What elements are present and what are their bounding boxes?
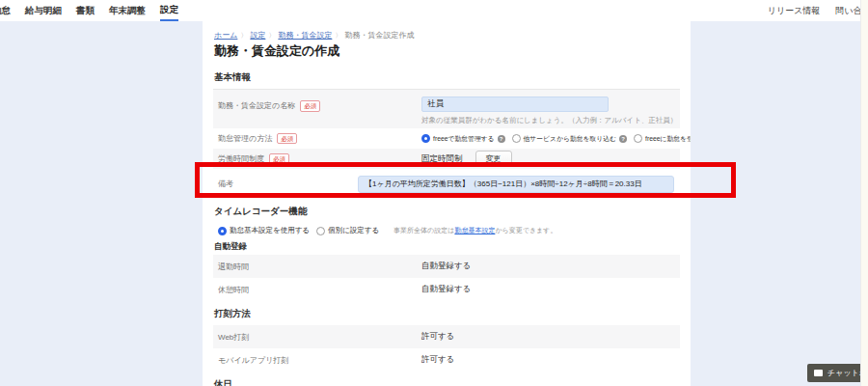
radio-icon[interactable] [634,134,642,143]
top-navigation: 勤怠 給与明細 書類 年末調整 設定 リリース情報 問い合わせ [0,0,868,21]
radio-option-individual-settings[interactable]: 個別に設定する [316,226,379,235]
breadcrumb-current: 勤務・賃金設定作成 [344,31,414,40]
form-row-attendance-method: 勤怠管理の方法 必須 freeeで勤怠管理する ? 他サービスから勤怠を取り込む… [213,128,680,149]
radio-option-label: freeeに勤怠を登録しない [645,134,691,144]
scrollbar[interactable] [860,0,868,386]
attendance-method-label: 勤怠管理の方法 [218,133,272,144]
time-recorder-hint: 事業所全体の設定は勤怠基本設定から変更できます。 [393,226,556,235]
working-hours-system-value: 固定時間制 [421,153,463,165]
top-nav-left: 勤怠 給与明細 書類 年末調整 設定 [0,0,178,21]
settings-form-card: ホーム〉設定〉勤務・賃金設定〉勤務・賃金設定作成 勤務・賃金設定の作成 基本情報… [203,21,691,386]
nav-item-payslips[interactable]: 給与明細 [25,0,62,21]
breadcrumb-separator: 〉 [240,32,247,39]
field-label: 勤怠管理の方法 必須 [218,133,421,145]
breadcrumb-separator: 〉 [268,32,275,39]
form-row-setting-name: 勤務・賃金設定の名称 必須 対象の従業員群がわかる名前にしましょう。（入力例：ア… [213,90,680,128]
required-badge: 必須 [269,153,289,165]
remarks-label: 備考 [218,179,233,189]
radio-option-label: 他サービスから勤怠を取り込む [524,134,616,144]
form-row-break-time: 休憩時間 自動登録する [213,278,680,301]
help-icon[interactable]: ? [619,135,627,143]
radio-icon[interactable] [512,134,521,143]
chat-icon [814,370,823,376]
field-label: 勤務・賃金設定の名称 必須 [218,90,421,112]
top-nav-right: リリース情報 問い合わせ [768,0,868,21]
radio-option-label: 個別に設定する [328,226,379,235]
setting-name-label: 勤務・賃金設定の名称 [218,100,295,111]
form-row-clockout-time: 退勤時間 自動登録する [213,255,680,278]
web-punch-label: Web打刻 [218,332,249,343]
field-label: モバイルアプリ打刻 [218,355,421,366]
radio-option-no-attendance[interactable]: freeeに勤怠を登録しない ? [634,134,691,144]
radio-option-import-attendance[interactable]: 他サービスから勤怠を取り込む ? [512,134,627,144]
time-recorder-options-row: 勤怠基本設定を使用する 個別に設定する 事業所全体の設定は勤怠基本設定から変更で… [213,223,680,238]
required-badge: 必須 [300,100,320,112]
breadcrumb-link-home[interactable]: ホーム [214,31,237,40]
mobile-app-punch-value: 許可する [421,354,454,366]
field-label: 備考 [218,179,358,189]
form-row-web-punch: Web打刻 許可する [213,325,680,348]
nav-item-attendance[interactable]: 勤怠 [0,0,11,21]
help-icon[interactable]: ? [498,135,505,143]
radio-option-label: freeeで勤怠管理する [433,134,495,144]
form-row-mobile-app-punch: モバイルアプリ打刻 許可する [213,348,680,372]
breadcrumb-link-work-wage-settings[interactable]: 勤務・賃金設定 [278,31,332,40]
section-heading-basic-info: 基本情報 [213,63,680,90]
radio-option-freee-attendance[interactable]: freeeで勤怠管理する ? [421,134,505,144]
working-hours-system-label: 労働時間制度 [218,153,264,164]
break-time-label: 休憩時間 [218,285,249,295]
clockout-time-label: 退勤時間 [218,262,249,272]
radio-option-use-basic-settings[interactable]: 勤怠基本設定を使用する [218,226,310,235]
sub-heading-auto-register: 自動登録 [213,238,680,255]
break-time-value: 自動登録する [421,284,471,295]
section-heading-punch-method: 打刻方法 [213,301,680,325]
radio-option-label: 勤怠基本設定を使用する [230,226,310,235]
breadcrumb: ホーム〉設定〉勤務・賃金設定〉勤務・賃金設定作成 [214,31,680,40]
web-punch-value: 許可する [421,331,454,343]
page-title: 勤務・賃金設定の作成 [214,44,680,58]
radio-icon[interactable] [316,227,325,235]
nav-item-yearend[interactable]: 年末調整 [109,0,146,21]
breadcrumb-link-settings[interactable]: 設定 [250,31,265,40]
remarks-input[interactable] [358,176,674,193]
radio-selected-icon[interactable] [218,227,227,235]
nav-item-release-notes[interactable]: リリース情報 [768,0,821,21]
form-row-working-hours-system: 労働時間制度 必須 固定時間制 変更 [213,149,680,169]
hint-text: から変更できます。 [495,227,556,234]
field-value: 固定時間制 変更 [421,151,512,167]
nav-item-documents[interactable]: 書類 [76,0,95,21]
form-row-remarks: 備考 [213,169,680,199]
hint-text: 事業所全体の設定は [393,227,454,234]
field-label: 労働時間制度 必須 [218,153,421,165]
clockout-time-value: 自動登録する [421,261,471,272]
setting-name-input[interactable] [421,96,609,112]
mobile-app-punch-label: モバイルアプリ打刻 [218,355,288,366]
attendance-basic-settings-link[interactable]: 勤怠基本設定 [454,227,495,234]
field-value: freeeで勤怠管理する ? 他サービスから勤怠を取り込む ? freeeに勤怠… [421,134,691,144]
section-heading-time-recorder: タイムレコーダー機能 [213,199,680,223]
nav-item-settings[interactable]: 設定 [160,0,178,21]
breadcrumb-separator: 〉 [335,32,341,39]
section-heading-holiday: 休日 [213,372,680,386]
field-label: 休憩時間 [218,285,421,295]
field-value: 対象の従業員群がわかる名前にしましょう。（入力例：アルバイト、正社員） [421,90,677,125]
required-badge: 必須 [277,133,297,145]
setting-name-hint: 対象の従業員群がわかる名前にしましょう。（入力例：アルバイト、正社員） [421,116,677,125]
field-label: Web打刻 [218,332,421,343]
radio-selected-icon[interactable] [421,134,430,143]
change-button[interactable]: 変更 [475,151,512,167]
field-label: 退勤時間 [218,262,421,272]
chat-button[interactable]: チャットボ [807,364,868,382]
